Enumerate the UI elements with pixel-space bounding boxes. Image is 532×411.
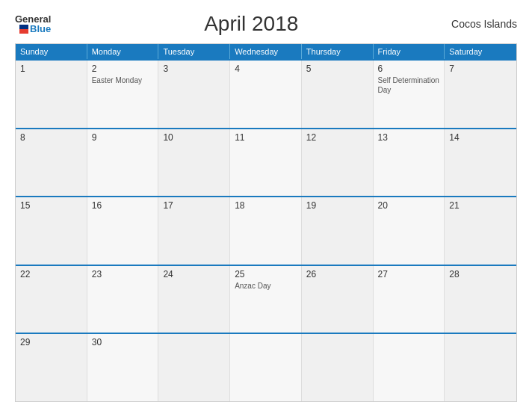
calendar-cell: 22 — [16, 266, 87, 333]
calendar-cell: 30 — [87, 334, 159, 401]
holiday-label: Easter Monday — [92, 76, 142, 84]
calendar-cell: 15 — [16, 197, 87, 265]
holiday-label: Anzac Day — [235, 282, 270, 290]
day-number: 7 — [449, 64, 512, 74]
calendar-cell: 28 — [445, 266, 516, 333]
day-number: 29 — [20, 337, 82, 347]
calendar-cell: 11 — [230, 129, 302, 197]
day-number: 12 — [306, 132, 368, 143]
header-thursday: Thursday — [302, 44, 374, 59]
header-wednesday: Wednesday — [230, 44, 302, 59]
calendar-header: Sunday Monday Tuesday Wednesday Thursday… — [16, 44, 516, 59]
week-row-5: 2930 — [16, 333, 516, 401]
day-number: 15 — [20, 200, 82, 211]
day-number: 26 — [306, 269, 368, 279]
calendar-cell: 14 — [445, 129, 516, 197]
day-number: 1 — [20, 64, 82, 74]
calendar-cell — [445, 334, 516, 401]
calendar-body: 12Easter Monday3456Self Determination Da… — [16, 59, 516, 401]
calendar-cell — [302, 334, 374, 401]
calendar-cell: 19 — [302, 197, 374, 265]
day-number: 13 — [378, 132, 440, 143]
day-number: 9 — [92, 132, 154, 143]
logo-blue-text: Blue — [30, 24, 51, 34]
calendar-cell: 23 — [87, 266, 159, 333]
calendar-cell — [374, 334, 445, 401]
calendar-cell: 27 — [374, 266, 445, 333]
calendar-cell: 13 — [374, 129, 445, 197]
calendar-cell: 2Easter Monday — [87, 61, 159, 128]
day-number: 5 — [306, 64, 368, 74]
header: General Blue April 2018 Cocos Islands — [15, 12, 517, 36]
day-number: 18 — [235, 200, 297, 211]
week-row-1: 12Easter Monday3456Self Determination Da… — [16, 59, 516, 128]
calendar-cell: 10 — [158, 129, 230, 197]
logo-flag-icon — [15, 25, 28, 34]
calendar-cell: 16 — [87, 197, 159, 265]
day-number: 22 — [20, 269, 82, 279]
day-number: 25 — [235, 269, 297, 279]
day-number: 10 — [163, 132, 225, 143]
day-number: 21 — [449, 200, 512, 211]
calendar-cell: 8 — [16, 129, 87, 197]
calendar-cell: 18 — [230, 197, 302, 265]
calendar-cell: 24 — [158, 266, 230, 333]
page: General Blue April 2018 Cocos Islands Su… — [0, 0, 532, 411]
day-number: 28 — [449, 269, 512, 279]
day-number: 30 — [92, 337, 154, 347]
header-friday: Friday — [374, 44, 445, 59]
holiday-label: Self Determination Day — [378, 76, 439, 94]
calendar-cell: 17 — [158, 197, 230, 265]
header-monday: Monday — [87, 44, 159, 59]
day-number: 24 — [163, 269, 225, 279]
logo: General Blue — [15, 14, 51, 34]
day-number: 17 — [163, 200, 225, 211]
week-row-2: 891011121314 — [16, 128, 516, 197]
svg-rect-2 — [15, 25, 19, 34]
region-label: Cocos Islands — [451, 18, 517, 30]
day-number: 19 — [306, 200, 368, 211]
calendar-cell: 12 — [302, 129, 374, 197]
calendar-cell: 6Self Determination Day — [374, 61, 445, 128]
day-number: 20 — [378, 200, 440, 211]
calendar-cell: 9 — [87, 129, 159, 197]
calendar-title: April 2018 — [204, 12, 298, 36]
calendar-cell: 21 — [445, 197, 516, 265]
header-saturday: Saturday — [445, 44, 516, 59]
calendar-cell: 4 — [230, 61, 302, 128]
week-row-4: 22232425Anzac Day262728 — [16, 265, 516, 333]
day-number: 23 — [92, 269, 154, 279]
calendar: Sunday Monday Tuesday Wednesday Thursday… — [15, 43, 517, 402]
day-number: 8 — [20, 132, 82, 143]
calendar-cell: 20 — [374, 197, 445, 265]
logo-blue-row: Blue — [15, 24, 51, 34]
calendar-cell: 29 — [16, 334, 87, 401]
calendar-cell: 1 — [16, 61, 87, 128]
calendar-cell: 3 — [158, 61, 230, 128]
day-number: 6 — [378, 64, 440, 74]
day-number: 2 — [92, 64, 154, 74]
day-number: 3 — [163, 64, 225, 74]
week-row-3: 15161718192021 — [16, 196, 516, 265]
header-tuesday: Tuesday — [158, 44, 230, 59]
calendar-cell: 7 — [445, 61, 516, 128]
calendar-cell — [230, 334, 302, 401]
day-number: 16 — [92, 200, 154, 211]
day-number: 27 — [378, 269, 440, 279]
day-number: 14 — [449, 132, 512, 143]
calendar-cell: 5 — [302, 61, 374, 128]
calendar-cell — [158, 334, 230, 401]
header-sunday: Sunday — [16, 44, 87, 59]
calendar-cell: 25Anzac Day — [230, 266, 302, 333]
day-number: 4 — [235, 64, 297, 74]
calendar-cell: 26 — [302, 266, 374, 333]
day-number: 11 — [235, 132, 297, 143]
